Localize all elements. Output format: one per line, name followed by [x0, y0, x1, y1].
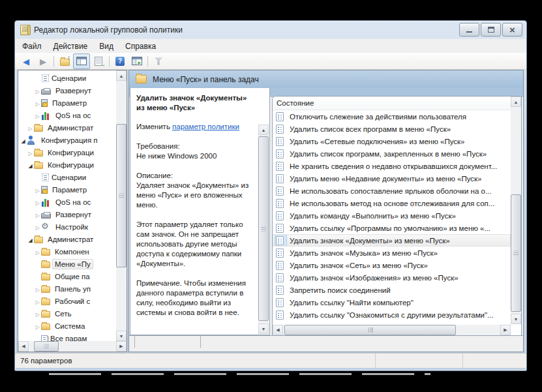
close-button[interactable]: [502, 23, 522, 37]
scrollbar-thumb[interactable]: [116, 124, 127, 267]
expand-arrow-closed-icon[interactable]: [34, 198, 41, 206]
policy-setting-row[interactable]: Удалить значок «Музыка» из меню «Пуск»: [273, 247, 511, 259]
expand-arrow-open-icon[interactable]: [20, 136, 27, 144]
scrollbar-thumb[interactable]: [258, 136, 269, 321]
menu-action[interactable]: Действие: [48, 40, 94, 52]
tree-item[interactable]: QoS на ос: [18, 196, 116, 208]
tree-horizontal-scrollbar[interactable]: [18, 341, 127, 352]
tab-standard[interactable]: Стандартный: [200, 335, 268, 348]
tree-item[interactable]: Панель уп: [18, 282, 116, 295]
docs-icon: [41, 335, 48, 342]
toolbar-back-button[interactable]: [18, 53, 35, 69]
scroll-down-arrow[interactable]: [258, 324, 269, 334]
restore-button[interactable]: [481, 23, 501, 37]
policy-setting-row[interactable]: Удалить меню «Недавние документы» из мен…: [273, 172, 511, 185]
scrollbar-thumb[interactable]: [511, 194, 521, 312]
settings-list: Отключить слежение за действиями пользов…: [273, 110, 511, 324]
tree-item[interactable]: Все парам: [18, 332, 116, 341]
scroll-right-arrow[interactable]: [116, 341, 127, 352]
tree-item[interactable]: Система: [18, 320, 116, 332]
toolbar-forward-button[interactable]: [35, 53, 52, 69]
minimize-button[interactable]: [459, 23, 479, 37]
expand-arrow-closed-icon[interactable]: [34, 310, 41, 318]
title-bar[interactable]: Редактор локальной групповой политики: [15, 21, 526, 38]
scroll-right-arrow[interactable]: [500, 325, 511, 335]
toolbar-show-extended-pane-button[interactable]: [128, 53, 145, 69]
tree-item[interactable]: Настройк: [18, 220, 116, 233]
tree-item[interactable]: Параметр: [18, 183, 116, 196]
expand-arrow-closed-icon[interactable]: [34, 223, 41, 231]
policy-setting-row[interactable]: Удалить ссылку "Ознакомиться с другими р…: [273, 309, 511, 321]
policy-setting-row[interactable]: Удалить список всех программ в меню «Пус…: [273, 123, 511, 135]
scrollbar-thumb[interactable]: [34, 341, 59, 352]
policy-setting-row[interactable]: Не использовать метод на основе отслежив…: [273, 197, 511, 209]
tree-item[interactable]: Конфигураци: [18, 146, 116, 158]
tree-item[interactable]: Сценарии: [18, 171, 116, 183]
expand-arrow-closed-icon[interactable]: [34, 285, 41, 293]
expand-arrow-open-icon[interactable]: [27, 235, 34, 243]
scroll-left-arrow[interactable]: [273, 325, 283, 335]
expand-arrow-closed-icon[interactable]: [34, 322, 41, 330]
toolbar-filter-button[interactable]: [150, 53, 167, 69]
tree-item[interactable]: Компонен: [18, 245, 116, 258]
policy-setting-row[interactable]: Не хранить сведения о недавно открывавши…: [273, 160, 511, 172]
tree-item[interactable]: Сценарии: [18, 72, 116, 84]
policy-icon-cell: [275, 222, 287, 234]
scroll-down-arrow[interactable]: [511, 314, 521, 324]
expand-arrow-closed-icon[interactable]: [34, 112, 41, 119]
menu-help[interactable]: Справка: [119, 40, 162, 52]
scroll-down-arrow[interactable]: [116, 331, 127, 341]
policy-setting-row[interactable]: Запретить поиск соединений: [273, 284, 511, 296]
tree-item[interactable]: Конфигураци: [18, 158, 116, 171]
expand-arrow-closed-icon[interactable]: [27, 149, 34, 157]
list-vertical-scrollbar[interactable]: [511, 97, 521, 324]
policy-setting-row[interactable]: Удалить ссылку "Найти компьютер": [273, 296, 511, 309]
toolbar-show-console-tree-button[interactable]: [73, 53, 90, 69]
toolbar-up-one-level-button[interactable]: [56, 53, 73, 69]
tree-item[interactable]: Конфигурация п: [18, 134, 116, 146]
menu-view[interactable]: Вид: [93, 40, 119, 52]
toolbar-help-button[interactable]: [112, 53, 128, 69]
policy-setting-row[interactable]: Удалить список программ, закрепленных в …: [273, 147, 511, 160]
description-vertical-scrollbar[interactable]: [258, 125, 269, 334]
tree-item[interactable]: Параметр: [18, 97, 116, 109]
list-horizontal-scrollbar[interactable]: [273, 325, 511, 335]
tree-item[interactable]: Общие па: [18, 270, 116, 282]
expand-arrow-closed-icon[interactable]: [34, 211, 41, 219]
scroll-up-arrow[interactable]: [116, 70, 127, 81]
tree-item[interactable]: Развернут: [18, 84, 116, 97]
expand-arrow-closed-icon[interactable]: [27, 124, 34, 132]
scroll-up-arrow[interactable]: [258, 125, 269, 135]
toolbar-export-list-button[interactable]: [90, 53, 107, 69]
expand-arrow-closed-icon[interactable]: [34, 99, 41, 107]
policy-setting-row[interactable]: Удалить значок «Изображения» из меню «Пу…: [273, 271, 511, 284]
edit-policy-link[interactable]: параметр политики: [172, 123, 239, 130]
expand-arrow-closed-icon[interactable]: [34, 248, 41, 256]
policy-setting-row[interactable]: Удалить «Сетевые подключения» из меню «П…: [273, 135, 511, 147]
policy-setting-row[interactable]: Не использовать сопоставление ярлыков об…: [273, 185, 511, 197]
tree-item[interactable]: Рабочий с: [18, 295, 116, 307]
tree-item[interactable]: Развернут: [18, 208, 116, 220]
policy-setting-row[interactable]: Отключить слежение за действиями пользов…: [273, 110, 511, 123]
tree-item[interactable]: QoS на ос: [18, 109, 116, 121]
policy-setting-row[interactable]: Удалить значок «Документы» из меню «Пуск…: [273, 234, 511, 247]
column-header-state[interactable]: Состояние: [273, 97, 511, 110]
policy-setting-row[interactable]: Удалить значок «Сеть» из меню «Пуск»: [273, 259, 511, 271]
tree-item[interactable]: Администрат: [18, 121, 116, 134]
tree-item[interactable]: Сеть: [18, 307, 116, 320]
policy-setting-label: Удалить значок «Музыка» из меню «Пуск»: [290, 249, 438, 257]
expand-arrow-closed-icon[interactable]: [34, 297, 41, 305]
scroll-up-arrow[interactable]: [511, 97, 521, 107]
tab-extended[interactable]: Расширенный: [134, 335, 204, 348]
policy-setting-row[interactable]: Удалить команду «Выполнить» из меню «Пус…: [273, 209, 511, 222]
tree-item[interactable]: Меню «Пу: [18, 258, 116, 270]
expand-arrow-open-icon[interactable]: [27, 161, 34, 169]
policy-setting-row[interactable]: Удалить ссылку «Программы по умолчанию» …: [273, 222, 511, 234]
scrollbar-thumb[interactable]: [284, 325, 456, 335]
expand-arrow-closed-icon[interactable]: [34, 186, 41, 194]
menu-file[interactable]: Файл: [16, 40, 48, 52]
scroll-left-arrow[interactable]: [18, 341, 29, 352]
tree-vertical-scrollbar[interactable]: [116, 70, 127, 341]
expand-arrow-closed-icon[interactable]: [34, 87, 41, 95]
tree-item[interactable]: Администрат: [18, 233, 116, 245]
